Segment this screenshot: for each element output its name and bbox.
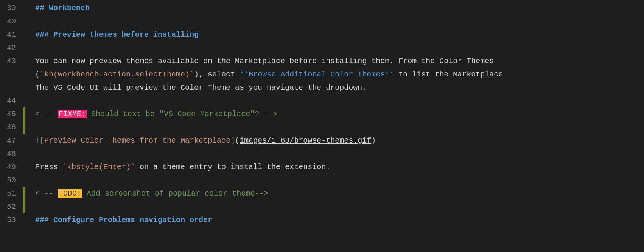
line-number: 53 — [0, 213, 23, 227]
markdown-image-url[interactable]: images/1_63/browse-themes.gif — [240, 136, 371, 145]
line-number: 46 — [0, 121, 23, 134]
line-number: 50 — [0, 174, 23, 187]
markdown-image-bang: ! — [35, 136, 40, 145]
text: The VS Code UI will preview the Color Th… — [35, 83, 367, 92]
line-number: 40 — [0, 15, 23, 28]
text: You can now preview themes available on … — [35, 57, 494, 65]
line-number: 52 — [0, 200, 23, 213]
markdown-inline-code: `kb(workbench.action.selectTheme)` — [40, 70, 194, 79]
text: Press — [35, 163, 62, 171]
code-editor[interactable]: 39 40 41 42 43 44 45 46 47 48 49 50 51 5… — [0, 0, 644, 227]
line-number — [0, 81, 23, 94]
markdown-image-alt: Preview Color Themes from the Marketplac… — [44, 136, 230, 145]
markdown-inline-code: `kbstyle(Enter)` — [62, 163, 135, 171]
line-number: 45 — [0, 107, 23, 121]
line-number: 51 — [0, 187, 23, 200]
html-comment: <!-- FIXME: Should text be "VS Code Mark… — [35, 110, 277, 118]
line-number-gutter: 39 40 41 42 43 44 45 46 47 48 49 50 51 5… — [0, 0, 23, 227]
text: on a theme entry to install the extensio… — [135, 163, 330, 171]
line-number: 43 — [0, 54, 23, 68]
markdown-heading: ### Preview themes before installing — [35, 30, 199, 39]
line-number — [0, 68, 23, 81]
markdown-bold: **Browse Additional Color Themes** — [240, 70, 394, 79]
line-number: 47 — [0, 134, 23, 147]
line-number: 39 — [0, 2, 23, 15]
html-comment: <!-- TODO: Add screenshot of popular col… — [35, 189, 268, 198]
text: ), select — [194, 70, 240, 79]
code-content[interactable]: ## Workbench ### Preview themes before i… — [25, 0, 644, 227]
line-number: 48 — [0, 147, 23, 160]
text: ( — [35, 70, 40, 79]
todo-tag: TODO: — [58, 189, 82, 198]
line-number: 44 — [0, 94, 23, 107]
line-number: 49 — [0, 160, 23, 174]
line-number: 41 — [0, 28, 23, 41]
text: to list the Marketplace — [394, 70, 503, 79]
markdown-heading: ### Configure Problems navigation order — [35, 216, 212, 224]
markdown-heading: ## Workbench — [35, 4, 90, 12]
fixme-tag: FIXME: — [58, 110, 87, 118]
line-number: 42 — [0, 41, 23, 54]
